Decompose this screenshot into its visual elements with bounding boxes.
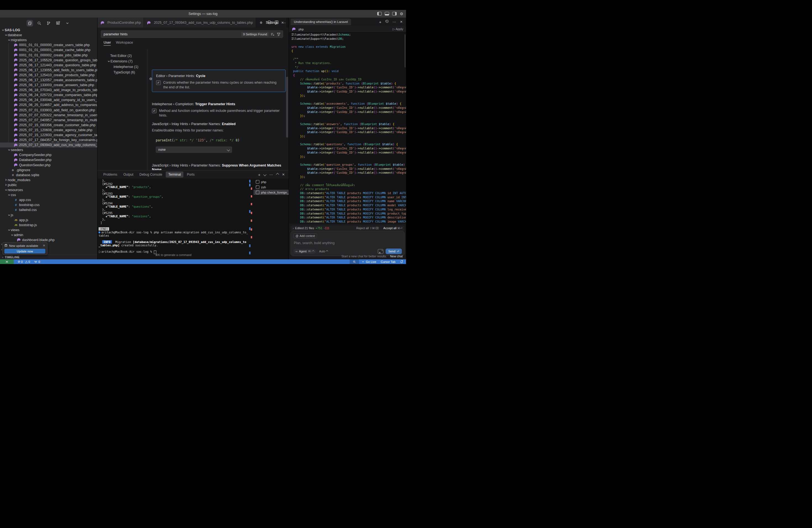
source-control-icon[interactable] bbox=[45, 20, 52, 27]
chat-tab-title[interactable]: Understanding whereHas() in Laravel bbox=[291, 18, 351, 25]
file-tree-row[interactable]: 2025_06_24_030048_add_company_id_to_user… bbox=[0, 98, 97, 102]
send-button[interactable]: Send⏎ bbox=[386, 249, 402, 254]
panel-tab[interactable]: Output bbox=[121, 172, 136, 178]
file-tree-row[interactable]: 2025_06_18_070343_add_image_to_products_… bbox=[0, 88, 97, 92]
file-tree-row[interactable]: 0001_01_01_000001_create_cache_table.php bbox=[0, 47, 97, 53]
terminal-output[interactable]: }, {#5292 +"TABLE_NAME": "products", }, … bbox=[99, 179, 248, 259]
settings-gear-icon[interactable]: ⚙ bbox=[400, 12, 403, 16]
file-tree-row[interactable]: app.css bbox=[0, 197, 97, 202]
edited-files-label[interactable]: Edited 21 files bbox=[295, 226, 314, 230]
file-tree-row[interactable]: 2025_07_17_093943_add_cus_ins_udp_column… bbox=[0, 143, 97, 147]
add-context-chip[interactable]: @Add context bbox=[293, 233, 317, 238]
file-tree-row[interactable]: 2025_07_07_025322_rename_timestamp_in_us… bbox=[0, 113, 97, 118]
file-tree-row[interactable]: tailwind.css bbox=[0, 207, 97, 212]
panel-tab[interactable]: Debug Console bbox=[137, 172, 165, 178]
file-tree-row[interactable]: app.js bbox=[0, 218, 97, 223]
notifications-bell-icon[interactable] bbox=[400, 260, 403, 263]
explorer-files-icon[interactable] bbox=[27, 20, 33, 27]
file-tree-row[interactable]: 2025_06_17_105529_create_question_groups… bbox=[0, 58, 97, 63]
file-tree-row[interactable]: 2025_06_17_132057_create_assessments_tab… bbox=[0, 78, 97, 83]
file-tree-row[interactable]: 2025_06_25_014657_add_address_to_compani… bbox=[0, 102, 97, 107]
close-icon[interactable]: ✕ bbox=[43, 244, 45, 247]
file-tree-row[interactable]: 2025_07_15_083356_create_customer_table.… bbox=[0, 122, 97, 128]
chat-input[interactable] bbox=[293, 241, 403, 245]
file-tree-row[interactable]: bootstrap.js bbox=[0, 223, 97, 228]
settings-toc-item[interactable]: Text Editor (2) bbox=[98, 53, 147, 59]
go-live-button[interactable]: Go Live bbox=[361, 260, 376, 263]
file-tree-row[interactable]: 2025_07_15_120608_create_agency_table.ph… bbox=[0, 128, 97, 133]
extensions-icon[interactable] bbox=[55, 20, 61, 27]
update-now-button[interactable]: Update now bbox=[4, 249, 45, 253]
file-tree-row[interactable]: 2025_07_01_033903_add_field_on_question.… bbox=[0, 108, 97, 113]
file-tree-row[interactable]: public bbox=[0, 182, 97, 188]
more-actions-icon[interactable]: ⋯ bbox=[269, 173, 273, 177]
accept-all-button[interactable]: Accept all ⌘⏎ bbox=[383, 226, 402, 230]
file-tree-row[interactable]: css bbox=[0, 192, 97, 197]
toggle-panel-icon[interactable] bbox=[385, 12, 389, 15]
checkbox[interactable] bbox=[156, 80, 161, 85]
chat-input-box[interactable]: @Add context ∞ Agent ⌘I Auto bbox=[291, 231, 405, 256]
close-panel-icon[interactable]: ✕ bbox=[282, 173, 285, 176]
file-tree-row[interactable]: 2025_06_24_025723_create_companies_table… bbox=[0, 92, 97, 98]
file-tree-row[interactable]: 2025_07_17_084357_fix_foreign_key_constr… bbox=[0, 137, 97, 143]
search-icon[interactable] bbox=[36, 20, 43, 27]
file-tree-row[interactable]: dashboard.blade.php bbox=[0, 237, 97, 243]
reject-all-button[interactable]: Reject all ⇧⌘⌫ bbox=[356, 226, 379, 230]
settings-search-input[interactable] bbox=[101, 32, 242, 36]
settings-scope-tab[interactable]: Workspace bbox=[116, 41, 133, 46]
settings-toc-item[interactable]: Extensions (7) bbox=[98, 59, 147, 64]
chevron-down-icon[interactable] bbox=[64, 20, 71, 27]
close-chat-icon[interactable]: ✕ bbox=[400, 20, 403, 24]
file-tree-row[interactable]: DatabaseSeeder.php bbox=[0, 157, 97, 162]
panel-tab[interactable]: Ports bbox=[185, 172, 197, 178]
attach-image-icon[interactable] bbox=[378, 249, 383, 254]
open-changes-icon[interactable] bbox=[267, 20, 271, 25]
panel-tab[interactable]: Problems bbox=[101, 172, 120, 178]
inlay-hints-select[interactable]: none bbox=[156, 147, 232, 153]
clear-filters-icon[interactable] bbox=[271, 32, 275, 36]
filter-icon[interactable] bbox=[277, 32, 280, 36]
file-tree-row[interactable]: 2025_06_17_121443_create_questions_table… bbox=[0, 63, 97, 68]
toggle-right-sidebar-icon[interactable] bbox=[392, 12, 396, 15]
scrollbar-thumb[interactable] bbox=[405, 34, 405, 68]
more-options-icon[interactable]: ⋯ bbox=[392, 20, 396, 24]
file-tree-row[interactable]: 2025_06_17_125410_create_products_table.… bbox=[0, 73, 97, 78]
new-terminal-icon[interactable]: + bbox=[258, 172, 260, 177]
file-tree-row[interactable]: bootstrap.css bbox=[0, 202, 97, 207]
file-tree-row[interactable]: 0001_01_01_000000_create_users_table.php bbox=[0, 43, 97, 47]
terminal-session[interactable]: php bbox=[253, 179, 289, 185]
file-tree-row[interactable]: node_modules bbox=[0, 178, 97, 182]
file-tree-row[interactable]: QuestionSeeder.php bbox=[0, 163, 97, 167]
settings-scope-tab[interactable]: User bbox=[104, 41, 111, 46]
file-tree-row[interactable]: resources bbox=[0, 188, 97, 192]
split-editor-icon[interactable] bbox=[275, 20, 279, 25]
panel-tab[interactable]: Terminal bbox=[166, 172, 183, 178]
file-tree-row[interactable]: 2025_07_07_040957_rename_timestamp_in_mu… bbox=[0, 118, 97, 122]
maximize-panel-icon[interactable] bbox=[276, 173, 279, 176]
settings-toc-item[interactable]: intelephense (1) bbox=[98, 64, 147, 70]
code-block[interactable]: Illuminate\Support\Facades\Schema;Illumi… bbox=[289, 33, 406, 224]
scrollbar-thumb[interactable] bbox=[286, 77, 288, 137]
zoom-indicator[interactable] bbox=[350, 259, 359, 264]
ports-status[interactable]: 0 bbox=[34, 260, 40, 263]
file-tree-row[interactable]: views bbox=[0, 228, 97, 233]
file-tree-row[interactable]: admin bbox=[0, 233, 97, 237]
file-tree-row[interactable]: 2025_06_17_123055_add_fields_to_users_ta… bbox=[0, 68, 97, 73]
file-tree-row[interactable]: database.sqlite bbox=[0, 173, 97, 178]
file-tree-row[interactable]: 0001_01_01_000002_create_jobs_table.php bbox=[0, 53, 97, 57]
checkbox[interactable] bbox=[152, 108, 157, 113]
terminal-session[interactable]: zsh bbox=[253, 185, 289, 190]
editor-tab[interactable]: 2025_07_17_093943_add_cus_ins_udp_column… bbox=[144, 18, 256, 28]
file-tree-row[interactable]: .gitignore bbox=[0, 167, 97, 173]
file-tree-row[interactable]: migrations bbox=[0, 38, 97, 43]
chevron-right-icon[interactable]: › bbox=[293, 227, 294, 230]
settings-toc-item[interactable]: TypeScript (6) bbox=[98, 70, 147, 75]
file-tree-row[interactable]: seeders bbox=[0, 147, 97, 152]
timeline-section-header[interactable]: › TIMELINE bbox=[0, 254, 97, 259]
new-chat-link[interactable]: New chat bbox=[390, 254, 403, 258]
remote-indicator[interactable] bbox=[0, 259, 14, 264]
apply-code-button[interactable]: ▷ Apply bbox=[393, 27, 403, 31]
agent-mode-selector[interactable]: ∞ Agent ⌘I bbox=[293, 249, 316, 254]
new-chat-icon[interactable]: + bbox=[379, 19, 381, 24]
file-tree-row[interactable]: js bbox=[0, 212, 97, 217]
